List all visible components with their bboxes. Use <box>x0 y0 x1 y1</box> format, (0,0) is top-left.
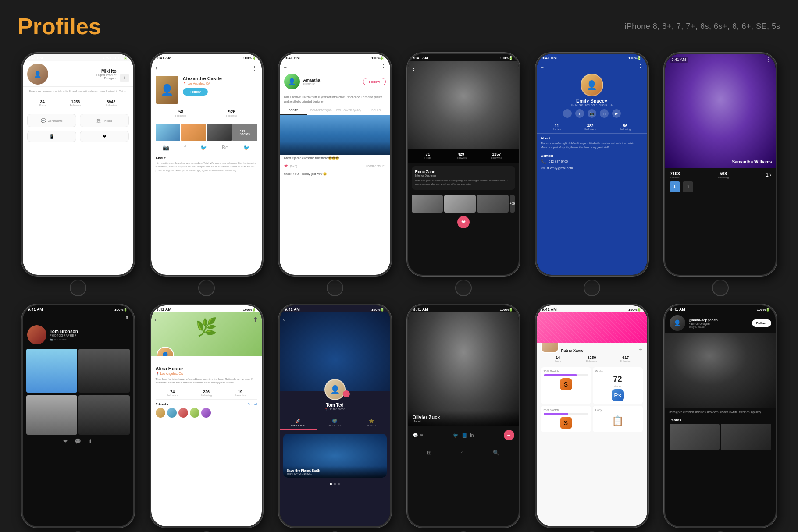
p2-photo-1[interactable] <box>156 124 181 141</box>
phone-2-home[interactable] <box>198 280 215 296</box>
p3-tab-comments[interactable]: COMMENTS(18) <box>307 106 335 115</box>
p3-tab-followers[interactable]: FOLLOWERS(610) <box>335 106 363 115</box>
p1-whatsapp-button[interactable]: 📱 <box>27 131 76 142</box>
p2-more-icon[interactable]: ⋮ <box>251 64 257 71</box>
p7-nav: ≡ ⬆ <box>23 312 133 323</box>
p4-posts-lbl: Posts <box>424 156 431 159</box>
p10-search-icon[interactable]: 🔍 <box>493 450 499 456</box>
p8-friend-2[interactable] <box>167 408 177 418</box>
p2-facebook-icon[interactable]: f <box>184 145 185 151</box>
p2-photo-3[interactable] <box>207 124 232 141</box>
p4-back-button[interactable]: ‹ <box>413 65 415 73</box>
p5-facebook-button[interactable]: f <box>563 109 572 118</box>
p9-tab-missions[interactable]: 🚀 MISSIONS <box>280 416 317 430</box>
p6-more-icon[interactable]: ⋮ <box>766 57 771 63</box>
p5-parties-stat: 11 Parties <box>553 124 561 131</box>
p7-photo-4[interactable] <box>78 395 130 435</box>
p12-username: @anita-seppanen <box>689 318 748 322</box>
p2-photo-more[interactable]: +34photos <box>232 124 257 141</box>
p7-share2-icon[interactable]: ⬆ <box>88 438 93 444</box>
p9-tab-planets[interactable]: 🌍 PLANETS <box>317 416 353 430</box>
p9-back-button[interactable]: ‹ <box>283 316 285 323</box>
p5-more-icon[interactable]: ⋮ <box>638 64 643 69</box>
p3-menu-icon[interactable]: ≡ <box>284 64 287 69</box>
phone-7-icons: 100%🔋 <box>114 308 128 312</box>
p3-heart-icon[interactable]: ❤ <box>284 163 288 168</box>
p12-photo-1[interactable] <box>670 424 720 450</box>
p8-following-num: 226 <box>189 390 223 394</box>
p3-tab-following[interactable]: FOLLO <box>363 106 390 115</box>
p10-role: Model <box>413 420 514 423</box>
p8-back-button[interactable]: ‹ <box>155 316 157 323</box>
p4-photo-3[interactable] <box>477 195 509 213</box>
phone-8-status: 9:41 AM 100%🔋 <box>151 305 262 312</box>
p1-comments-button[interactable]: 💬 Comments <box>27 114 76 127</box>
p5-linkedin-button[interactable]: in <box>600 109 609 118</box>
p8-see-all-link[interactable]: See all <box>248 403 257 406</box>
p9-plus-badge[interactable]: + <box>343 390 350 397</box>
p2-behance-icon[interactable]: Be <box>222 145 228 151</box>
p5-twitter-button[interactable]: t <box>575 109 584 118</box>
p7-heart-icon[interactable]: ❤ <box>63 438 68 444</box>
p7-comment-icon[interactable]: 💬 <box>75 438 81 444</box>
phone-8-screen: 9:41 AM 100%🔋 ‹ ⬆ 👤 Alisa Hester 📍 Los A… <box>151 305 262 526</box>
p7-photo-1[interactable] <box>26 349 78 393</box>
p4-photo-1[interactable] <box>412 195 443 213</box>
p7-actions: ❤ 💬 ⬆ <box>23 435 133 448</box>
p8-share-button[interactable]: ⬆ <box>253 316 258 323</box>
p10-linkedin-icon[interactable]: in <box>470 433 474 438</box>
p7-share-icon[interactable]: ⬆ <box>125 315 129 321</box>
phone-8-icons: 100%🔋 <box>243 308 256 312</box>
p1-photos-button[interactable]: 🖼 Photos <box>80 114 129 127</box>
p10-facebook-icon[interactable]: 📘 <box>462 433 467 438</box>
p7-photo-3[interactable] <box>26 395 78 435</box>
p7-menu-icon[interactable]: ≡ <box>27 315 30 321</box>
p2-back-icon[interactable]: ‹ <box>156 64 158 71</box>
p3-tab-posts[interactable]: POSTS <box>280 106 307 115</box>
p9-tab-zones[interactable]: ⭐ ZONES <box>353 416 390 430</box>
p8-friend-1[interactable] <box>156 408 165 418</box>
p12-photo-2[interactable] <box>721 424 771 450</box>
p6-ratio-stat: 1/› <box>766 173 771 177</box>
p10-follow-button[interactable]: + <box>504 430 514 440</box>
p6-follow-button[interactable]: + <box>670 181 680 192</box>
p4-like-button[interactable]: ❤ <box>457 216 470 228</box>
p11-sketch2-fill <box>544 413 568 415</box>
phone-4-home[interactable] <box>455 280 472 296</box>
p8-friend-5[interactable] <box>201 408 211 418</box>
p6-share-button[interactable]: ⬆ <box>683 181 693 192</box>
p3-more-icon[interactable]: ⋮ <box>381 64 386 69</box>
p4-photo-2[interactable] <box>444 195 476 213</box>
p5-phone-number: 512-637-9400 <box>549 160 568 163</box>
p5-instagram-button[interactable]: 📷 <box>588 109 596 118</box>
p9-card-image: Save the Planet Earth 40k° Fly/n°2, 2108… <box>283 434 387 478</box>
p2-twitter-icon[interactable]: 🐦 <box>200 145 207 151</box>
p8-friend-4[interactable] <box>190 408 200 418</box>
phone-5-icons: 100%🔋 <box>628 56 641 60</box>
p12-tag-black: #black <box>720 411 728 414</box>
p4-photo-more[interactable]: +59 <box>510 195 515 213</box>
p12-follow-button[interactable]: Follow <box>752 319 771 327</box>
phone-1-home[interactable] <box>70 280 86 296</box>
p1-heart-button[interactable]: ❤ <box>80 131 129 142</box>
phone-5-home[interactable] <box>584 280 600 296</box>
p2-follow-button[interactable]: Follow <box>183 88 208 96</box>
p10-grid-icon[interactable]: ⊞ <box>427 450 431 456</box>
p2-instagram-icon[interactable]: 📷 <box>163 145 169 151</box>
phone-3-home[interactable] <box>327 280 343 296</box>
p6-info-section: 7193 Followers 568 Following 1/› <box>665 168 776 195</box>
p10-home-icon[interactable]: ⌂ <box>460 450 463 456</box>
phone-6-home[interactable] <box>712 280 729 296</box>
phone-10-screen: 9:41 AM 100%🔋 Olivier Zuck Model 💬 <box>408 305 519 526</box>
p2-other-icon[interactable]: 🐦 <box>243 145 250 151</box>
p8-friend-3[interactable] <box>178 408 188 418</box>
p1-plus-button[interactable]: + <box>120 74 129 82</box>
p10-twitter-icon[interactable]: 🐦 <box>453 433 458 438</box>
p2-photo-2[interactable] <box>181 124 206 141</box>
p5-menu-icon[interactable]: ≡ <box>541 64 544 69</box>
p6-status-time: 9:41 AM <box>670 57 688 63</box>
p8-favorites-num: 19 <box>223 390 257 394</box>
p3-follow-button[interactable]: Follow <box>363 78 385 85</box>
p7-photo-2[interactable] <box>78 349 130 393</box>
p5-youtube-button[interactable]: ▶ <box>612 109 621 118</box>
